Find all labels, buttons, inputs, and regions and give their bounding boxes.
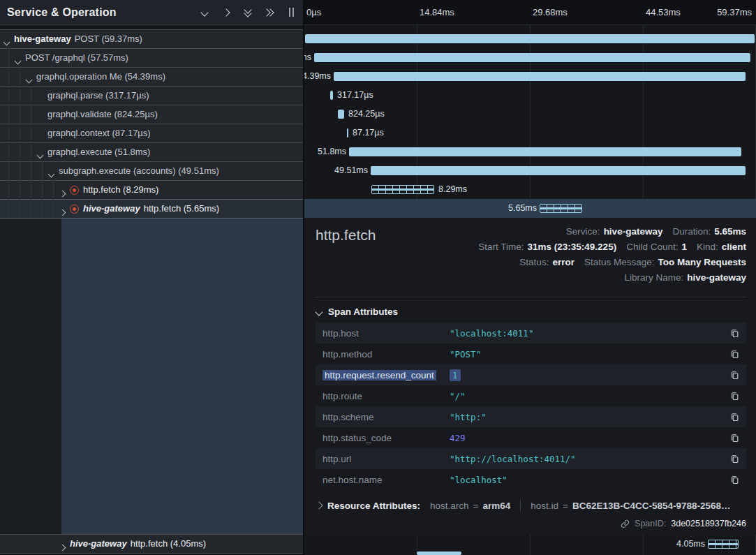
copy-icon[interactable] [730, 349, 739, 359]
chevron-down-icon[interactable] [38, 149, 43, 160]
span-duration-label: 57.57ms [304, 48, 311, 67]
bottom-timeline: 4.05ms [304, 534, 756, 555]
tree-row[interactable]: subgraph.execute (accounts) (49.51ms) [0, 161, 304, 180]
timeline-row[interactable]: 317.17µs [304, 86, 756, 105]
indent-guide [31, 86, 31, 218]
timeline-waterfall: 59.37ms57.57ms54.39ms317.17µs824.25µs87.… [304, 25, 756, 218]
span-duration-label: 49.51ms [334, 161, 368, 180]
indent-guide [8, 48, 9, 218]
resource-attributes-title: Resource Attributes: [327, 501, 420, 511]
copy-icon[interactable] [730, 328, 739, 338]
meta-label: Start Time: [478, 242, 524, 252]
tree-gutter [0, 218, 61, 534]
timeline-row[interactable]: 5.65ms [304, 199, 756, 218]
meta-pair: Status:error [519, 257, 575, 267]
panel-resize-handle-icon[interactable] [289, 8, 294, 17]
span-id-value: 3de02518937fb246 [671, 519, 746, 528]
span-duration-label: 54.39ms [304, 67, 331, 86]
tree-panel-header: Service & Operation [0, 0, 304, 25]
timeline-row[interactable]: 51.8ms [304, 142, 756, 161]
span-label: http.fetch (8.29ms) [83, 181, 158, 199]
span-duration-bar[interactable] [540, 204, 582, 213]
meta-pair: Duration:5.65ms [672, 226, 746, 237]
chevron-down-icon[interactable] [4, 36, 9, 47]
attribute-row: http.url"http://localhost:4011/" [316, 448, 746, 469]
copy-icon[interactable] [730, 412, 739, 422]
span-duration-bar[interactable] [305, 34, 755, 43]
details-divider [316, 297, 746, 297]
expand-one-icon[interactable] [221, 8, 231, 17]
tree-row[interactable]: http.fetch (8.29ms) [0, 180, 304, 199]
attribute-value: "localhost:4011" [450, 328, 533, 339]
expand-all-icon[interactable] [265, 8, 274, 17]
span-duration-bar[interactable] [334, 72, 746, 81]
timeline-row[interactable]: 49.51ms [304, 161, 756, 180]
chevron-right-icon[interactable] [60, 542, 65, 552]
chevron-down-icon[interactable] [27, 74, 31, 84]
ruler-tick: 29.68ms [533, 7, 568, 17]
copy-icon[interactable] [730, 370, 739, 380]
collapse-one-icon[interactable] [200, 8, 209, 17]
span-label: graphql.validate (824.25µs) [47, 105, 158, 124]
timeline-row[interactable]: 824.25µs [304, 105, 756, 124]
attribute-key: http.url [323, 454, 450, 464]
tree-row[interactable]: graphql.operation Me (54.39ms) [0, 67, 304, 86]
resource-attributes-row[interactable]: Resource Attributes: host.arch=arm64host… [316, 500, 746, 511]
span-duration-bar[interactable] [371, 166, 746, 175]
attribute-row: http.host"localhost:4011" [316, 323, 746, 343]
meta-pair: Child Count:1 [626, 242, 687, 252]
span-duration-bar[interactable] [349, 147, 741, 156]
equals-sign: = [563, 501, 568, 511]
tree-row[interactable]: hive-gatewayhttp.fetch (4.05ms) [0, 534, 304, 554]
span-duration-bar[interactable] [708, 540, 739, 549]
copy-icon[interactable] [730, 454, 739, 464]
span-duration-label: 87.17µs [353, 124, 384, 142]
operation-label: POST (59.37ms) [75, 34, 142, 44]
span-duration-bar[interactable] [314, 53, 750, 62]
span-duration-bar[interactable] [371, 185, 434, 194]
span-duration-label: 4.05ms [676, 535, 705, 554]
span-title: http.fetch [316, 227, 376, 244]
timeline-row[interactable]: 4.05ms [304, 535, 756, 554]
tree-row[interactable]: graphql.context (87.17µs) [0, 124, 304, 142]
chevron-right-icon[interactable] [60, 188, 65, 198]
equals-sign: = [473, 501, 479, 511]
operation-label: graphql.execute (51.8ms) [47, 147, 150, 157]
chevron-down-icon[interactable] [49, 168, 54, 179]
operation-label: subgraph.execute (accounts) (49.51ms) [59, 165, 219, 176]
tree-row[interactable]: hive-gatewayPOST (59.37ms) [0, 29, 304, 48]
meta-value: 31ms (23:35:49.225) [528, 242, 617, 252]
timeline-row[interactable]: 59.37ms [304, 29, 756, 48]
service-name: hive-gateway [70, 538, 127, 549]
copy-icon[interactable] [730, 391, 739, 401]
timeline-row[interactable]: 87.17µs [304, 124, 756, 142]
attribute-key: http.host [323, 328, 450, 339]
copy-icon[interactable] [730, 433, 739, 443]
span-meta: Service:hive-gatewayDuration:5.65msStart… [478, 224, 746, 286]
attribute-value: "/" [450, 391, 466, 401]
chevron-down-icon[interactable] [15, 55, 20, 66]
tree-row[interactable]: graphql.execute (51.8ms) [0, 142, 304, 161]
operation-label: graphql.validate (824.25µs) [47, 109, 158, 119]
chevron-right-icon[interactable] [60, 207, 65, 217]
span-duration-bar[interactable] [347, 128, 348, 138]
span-duration-bar[interactable] [338, 110, 344, 119]
collapse-all-icon[interactable] [243, 8, 253, 17]
attribute-value: "POST" [450, 349, 481, 360]
timeline-row[interactable]: 54.39ms [304, 67, 756, 86]
span-attributes-header[interactable]: Span Attributes [316, 306, 398, 317]
tree-row[interactable]: hive-gatewayhttp.fetch (5.65ms) [0, 199, 304, 218]
link-icon[interactable] [621, 519, 630, 528]
tree-row[interactable]: graphql.validate (824.25µs) [0, 105, 304, 124]
timeline-row[interactable]: 57.57ms [304, 48, 756, 67]
copy-icon[interactable] [730, 475, 739, 484]
tree-row[interactable]: graphql.parse (317.17µs) [0, 86, 304, 105]
attribute-value: "localhost" [450, 475, 507, 485]
indent-guide [42, 161, 43, 218]
timeline-row[interactable]: 8.29ms [304, 180, 756, 199]
resource-attribute-key: host.arch [430, 501, 469, 511]
attribute-key: http.method [323, 349, 450, 360]
span-duration-bar[interactable] [330, 91, 333, 100]
panel-divider[interactable] [303, 0, 304, 555]
tree-row[interactable]: POST /graphql (57.57ms) [0, 48, 304, 67]
